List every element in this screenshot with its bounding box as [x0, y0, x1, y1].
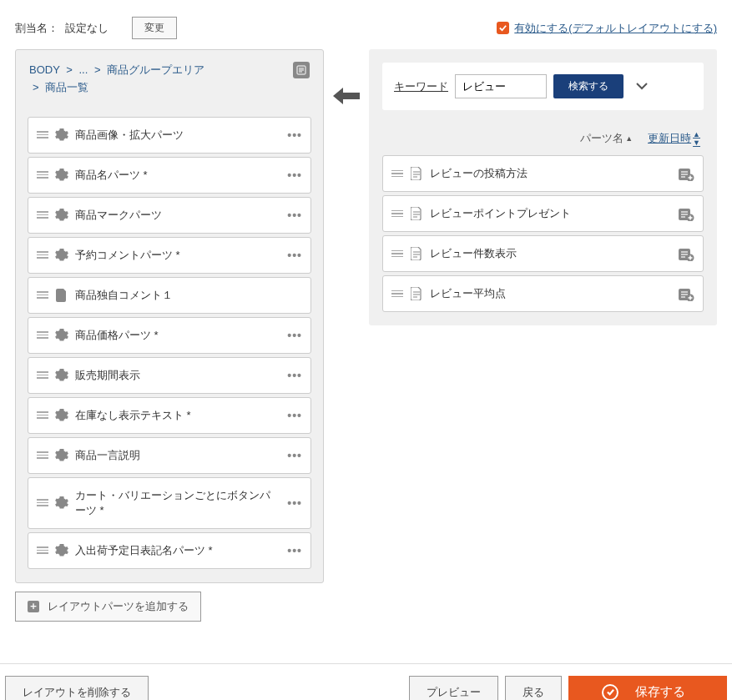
part-label: 商品価格パーツ *	[75, 328, 280, 343]
more-icon[interactable]: •••	[287, 449, 302, 462]
assignment-info: 割当名： 設定なし 変更	[15, 17, 177, 39]
search-panel: キーワード 検索する パーツ名 ▲ 更新日時 ▲▼ レビューの投稿方法レビューポ…	[369, 49, 717, 325]
drag-handle-icon[interactable]	[391, 170, 403, 178]
arrow-column	[331, 49, 362, 110]
document-icon[interactable]	[293, 62, 310, 78]
more-icon[interactable]: •••	[287, 209, 302, 222]
main-area: BODY > ... > 商品グループエリア > 商品一覧 商品画像・拡大パーツ…	[0, 49, 732, 583]
enable-control[interactable]: 有効にする(デフォルトレイアウトにする)	[497, 21, 717, 36]
drag-handle-icon[interactable]	[37, 331, 48, 339]
parts-list: 商品画像・拡大パーツ•••商品名パーツ *•••商品マークパーツ•••予約コメン…	[16, 108, 323, 582]
more-icon[interactable]: •••	[287, 169, 302, 182]
breadcrumb-sep: >	[66, 63, 73, 76]
drag-handle-icon[interactable]	[37, 499, 48, 506]
part-item[interactable]: 商品価格パーツ *•••	[28, 317, 311, 354]
drag-handle-icon[interactable]	[37, 371, 48, 379]
back-button[interactable]: 戻る	[505, 676, 562, 700]
results-list: レビューの投稿方法レビューポイントプレゼントレビュー件数表示レビュー平均点	[369, 155, 717, 312]
drag-handle-icon[interactable]	[37, 131, 48, 138]
checkbox-checked-icon[interactable]	[497, 22, 509, 34]
part-item[interactable]: 商品画像・拡大パーツ•••	[28, 117, 311, 154]
more-icon[interactable]: •••	[287, 369, 302, 382]
part-item[interactable]: 商品名パーツ *•••	[28, 157, 311, 194]
assign-label: 割当名：	[15, 21, 58, 36]
add-to-layout-icon[interactable]	[678, 206, 694, 221]
result-item[interactable]: レビューの投稿方法	[382, 155, 704, 192]
change-button[interactable]: 変更	[132, 17, 177, 39]
part-label: 商品一言説明	[75, 448, 280, 463]
result-item[interactable]: レビューポイントプレゼント	[382, 195, 704, 232]
more-icon[interactable]: •••	[287, 128, 302, 142]
add-to-layout-icon[interactable]	[678, 246, 694, 261]
breadcrumb-sep: >	[33, 81, 39, 93]
part-item[interactable]: 商品マークパーツ•••	[28, 197, 311, 234]
file-icon	[410, 286, 423, 301]
file-icon	[410, 166, 423, 181]
part-item[interactable]: 商品独自コメント１	[28, 277, 311, 314]
drag-handle-icon[interactable]	[37, 291, 48, 299]
result-item[interactable]: レビュー平均点	[382, 275, 704, 312]
part-item[interactable]: 販売期間表示•••	[28, 357, 311, 394]
file-icon	[55, 288, 68, 303]
part-label: 商品画像・拡大パーツ	[75, 128, 280, 143]
preview-button[interactable]: プレビュー	[409, 676, 498, 700]
drag-handle-icon[interactable]	[37, 211, 48, 219]
part-item[interactable]: カート・バリエーションごとにボタンパーツ *•••	[28, 477, 311, 529]
keyword-input[interactable]	[455, 74, 547, 98]
breadcrumb-root[interactable]: BODY	[29, 63, 60, 76]
file-icon	[410, 246, 423, 261]
check-circle-icon	[602, 684, 618, 700]
file-icon	[410, 206, 423, 221]
breadcrumb-ellipsis[interactable]: ...	[78, 63, 88, 76]
breadcrumb: BODY > ... > 商品グループエリア > 商品一覧	[16, 50, 323, 108]
gear-icon	[55, 544, 68, 557]
gear-icon	[55, 496, 68, 510]
save-button[interactable]: 保存する	[568, 676, 727, 700]
chevron-down-icon[interactable]	[635, 80, 649, 93]
add-layout-part-button[interactable]: ＋ レイアウトパーツを追加する	[15, 592, 201, 622]
add-button-wrap: ＋ レイアウトパーツを追加する	[0, 583, 732, 638]
more-icon[interactable]: •••	[287, 496, 302, 510]
more-icon[interactable]: •••	[287, 329, 302, 342]
part-item[interactable]: 予約コメントパーツ *•••	[28, 237, 311, 274]
sort-date[interactable]: 更新日時 ▲▼	[648, 130, 700, 147]
gear-icon	[55, 249, 68, 262]
gear-icon	[55, 329, 68, 342]
part-item[interactable]: 商品一言説明•••	[28, 437, 311, 474]
top-bar: 割当名： 設定なし 変更 有効にする(デフォルトレイアウトにする)	[0, 0, 732, 49]
add-to-layout-icon[interactable]	[678, 166, 694, 181]
drag-handle-icon[interactable]	[37, 251, 48, 259]
add-to-layout-icon[interactable]	[678, 286, 694, 301]
breadcrumb-text: BODY > ... > 商品グループエリア > 商品一覧	[29, 62, 286, 97]
drag-handle-icon[interactable]	[391, 290, 403, 298]
drag-handle-icon[interactable]	[37, 171, 48, 179]
drag-handle-icon[interactable]	[391, 250, 403, 258]
breadcrumb-group[interactable]: 商品グループエリア	[107, 63, 204, 76]
sort-name[interactable]: パーツ名 ▲	[580, 131, 633, 146]
caret-up-icon: ▲	[625, 134, 633, 143]
enable-link[interactable]: 有効にする(デフォルトレイアウトにする)	[514, 21, 717, 36]
breadcrumb-current[interactable]: 商品一覧	[45, 81, 88, 93]
gear-icon	[55, 409, 68, 422]
drag-handle-icon[interactable]	[37, 451, 48, 459]
more-icon[interactable]: •••	[287, 544, 302, 557]
part-item[interactable]: 入出荷予定日表記名パーツ *•••	[28, 532, 311, 569]
add-button-label: レイアウトパーツを追加する	[48, 599, 189, 614]
footer-bar: レイアウトを削除する プレビュー 戻る 保存する	[0, 663, 732, 700]
search-button[interactable]: 検索する	[553, 74, 623, 98]
part-label: カート・バリエーションごとにボタンパーツ *	[75, 488, 280, 518]
more-icon[interactable]: •••	[287, 409, 302, 422]
more-icon[interactable]: •••	[287, 249, 302, 262]
gear-icon	[55, 449, 68, 462]
result-label: レビューの投稿方法	[430, 166, 671, 181]
part-item[interactable]: 在庫なし表示テキスト *•••	[28, 397, 311, 434]
sort-date-label: 更新日時	[648, 131, 691, 146]
drag-handle-icon[interactable]	[37, 411, 48, 419]
part-label: 予約コメントパーツ *	[75, 248, 280, 263]
result-item[interactable]: レビュー件数表示	[382, 235, 704, 272]
part-label: 販売期間表示	[75, 368, 280, 383]
keyword-label: キーワード	[394, 79, 448, 94]
delete-layout-button[interactable]: レイアウトを削除する	[5, 676, 149, 700]
drag-handle-icon[interactable]	[391, 210, 403, 218]
drag-handle-icon[interactable]	[37, 546, 48, 554]
